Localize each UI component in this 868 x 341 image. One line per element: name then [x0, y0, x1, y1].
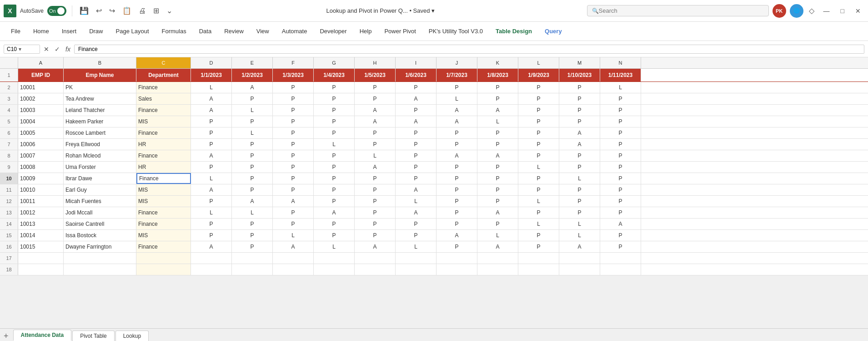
col-d3-row3[interactable]: P: [273, 93, 314, 104]
col-d8-row8[interactable]: A: [477, 150, 518, 161]
col-d4-row2[interactable]: P: [314, 82, 355, 93]
col-d6-row7[interactable]: P: [396, 139, 437, 150]
col-empid-row15[interactable]: 10014: [18, 230, 64, 241]
sheet-tab-pivot[interactable]: Pivot Table: [72, 331, 114, 341]
col-d3-row12[interactable]: A: [273, 196, 314, 207]
col-d6-row3[interactable]: A: [396, 93, 437, 104]
col-d6-row8[interactable]: P: [396, 150, 437, 161]
col-d1-row11[interactable]: A: [191, 184, 232, 195]
tab-draw[interactable]: Draw: [84, 24, 108, 38]
col-empid-row4[interactable]: 10003: [18, 105, 64, 116]
col-d1-row12[interactable]: P: [191, 196, 232, 207]
col-d2-row16[interactable]: P: [232, 241, 273, 252]
col-d9-row4[interactable]: P: [518, 105, 559, 116]
col-d9-row12[interactable]: L: [518, 196, 559, 207]
col-dept-row9[interactable]: HR: [136, 162, 191, 173]
tab-help[interactable]: Help: [354, 24, 377, 38]
header-d4[interactable]: 1/4/2023: [314, 69, 355, 81]
col-d11-row5[interactable]: P: [600, 116, 641, 127]
col-d8-row14[interactable]: P: [477, 219, 518, 229]
undo-icon[interactable]: ↩: [94, 5, 104, 17]
col-header-j[interactable]: J: [437, 57, 477, 68]
col-d6-row4[interactable]: P: [396, 105, 437, 116]
col-header-i[interactable]: I: [396, 57, 437, 68]
col-d8-row3[interactable]: P: [477, 93, 518, 104]
col-d10-row16[interactable]: A: [559, 241, 600, 252]
col-d1-row13[interactable]: L: [191, 207, 232, 218]
col-d11-row7[interactable]: P: [600, 139, 641, 150]
col-d2-row3[interactable]: P: [232, 93, 273, 104]
col-d4-row11[interactable]: P: [314, 184, 355, 195]
col-d5-row18[interactable]: [355, 264, 396, 275]
col-empname-row3[interactable]: Tea Andrew: [64, 93, 136, 104]
cell-ref-dropdown[interactable]: ▾: [19, 46, 21, 52]
col-d2-row7[interactable]: P: [232, 139, 273, 150]
form-icon[interactable]: 📋: [120, 5, 133, 17]
col-d2-row9[interactable]: P: [232, 162, 273, 173]
col-d8-row4[interactable]: A: [477, 105, 518, 116]
col-empname-row17[interactable]: [64, 253, 136, 264]
col-header-a[interactable]: A: [18, 57, 64, 68]
tab-pkutility[interactable]: PK's Utility Tool V3.0: [423, 24, 488, 38]
col-header-c[interactable]: C: [136, 57, 191, 68]
col-d4-row8[interactable]: P: [314, 150, 355, 161]
col-d11-row14[interactable]: A: [600, 219, 641, 229]
col-d4-row4[interactable]: P: [314, 105, 355, 116]
col-d8-row18[interactable]: [477, 264, 518, 275]
col-d1-row16[interactable]: A: [191, 241, 232, 252]
col-d7-row4[interactable]: A: [437, 105, 477, 116]
tab-automate[interactable]: Automate: [276, 24, 313, 38]
col-header-e[interactable]: E: [232, 57, 273, 68]
col-d4-row14[interactable]: P: [314, 219, 355, 229]
col-d3-row5[interactable]: P: [273, 116, 314, 127]
add-sheet-icon[interactable]: +: [4, 331, 9, 341]
header-d10[interactable]: 1/10/2023: [559, 69, 600, 81]
header-d9[interactable]: 1/9/2023: [518, 69, 559, 81]
col-d8-row2[interactable]: P: [477, 82, 518, 93]
col-d10-row12[interactable]: P: [559, 196, 600, 207]
col-dept-row8[interactable]: Finance: [136, 150, 191, 161]
col-empid-row7[interactable]: 10006: [18, 139, 64, 150]
col-d9-row7[interactable]: P: [518, 139, 559, 150]
col-dept-row4[interactable]: Finance: [136, 105, 191, 116]
col-header-h[interactable]: H: [355, 57, 396, 68]
col-empname-row12[interactable]: Micah Fuentes: [64, 196, 136, 207]
col-d9-row14[interactable]: L: [518, 219, 559, 229]
col-d5-row11[interactable]: P: [355, 184, 396, 195]
autosave-toggle[interactable]: On: [47, 6, 66, 16]
col-d7-row3[interactable]: L: [437, 93, 477, 104]
col-d4-row16[interactable]: L: [314, 241, 355, 252]
header-d2[interactable]: 1/2/2023: [232, 69, 273, 81]
col-d6-row9[interactable]: P: [396, 162, 437, 173]
col-empname-row13[interactable]: Jodi Mccall: [64, 207, 136, 218]
header-emp-id[interactable]: EMP ID: [18, 69, 64, 81]
col-d3-row7[interactable]: P: [273, 139, 314, 150]
col-d5-row7[interactable]: P: [355, 139, 396, 150]
print-icon[interactable]: 🖨: [137, 5, 148, 17]
col-d7-row13[interactable]: P: [437, 207, 477, 218]
tab-query[interactable]: Query: [539, 24, 567, 38]
col-d7-row10[interactable]: P: [437, 173, 477, 184]
maximize-button[interactable]: □: [837, 5, 848, 16]
header-d8[interactable]: 1/8/2023: [477, 69, 518, 81]
confirm-icon[interactable]: ✓: [53, 46, 62, 53]
col-d1-row17[interactable]: [191, 253, 232, 264]
col-empid-row10[interactable]: 10009: [18, 173, 64, 184]
col-d6-row14[interactable]: P: [396, 219, 437, 229]
save-icon[interactable]: 💾: [78, 5, 90, 17]
tab-developer[interactable]: Developer: [314, 24, 352, 38]
col-empid-row13[interactable]: 10012: [18, 207, 64, 218]
col-dept-row3[interactable]: Sales: [136, 93, 191, 104]
col-d10-row15[interactable]: L: [559, 230, 600, 241]
col-d2-row17[interactable]: [232, 253, 273, 264]
tab-pagelayout[interactable]: Page Layout: [110, 24, 155, 38]
col-d11-row2[interactable]: L: [600, 82, 641, 93]
header-d5[interactable]: 1/5/2023: [355, 69, 396, 81]
col-d5-row8[interactable]: L: [355, 150, 396, 161]
col-d1-row2[interactable]: L: [191, 82, 232, 93]
header-department[interactable]: Department: [136, 69, 191, 81]
search-box[interactable]: 🔍: [587, 5, 769, 16]
diamond-icon[interactable]: ◇: [807, 5, 816, 17]
col-d8-row11[interactable]: P: [477, 184, 518, 195]
col-d10-row6[interactable]: A: [559, 127, 600, 138]
